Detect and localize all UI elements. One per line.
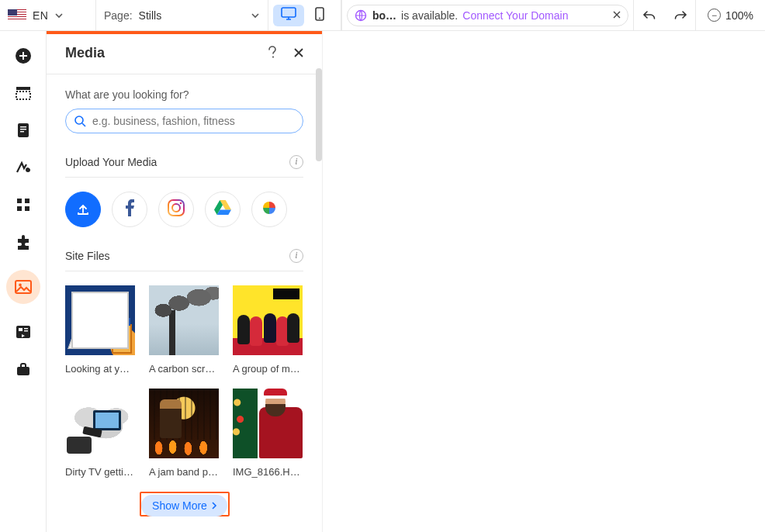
svg-rect-15 — [16, 281, 31, 293]
upload-photos-button[interactable] — [251, 192, 287, 227]
language-code: EN — [33, 9, 48, 22]
svg-rect-20 — [24, 330, 28, 331]
svg-rect-10 — [20, 131, 24, 132]
media-caption: Dirty TV getti… — [65, 466, 135, 478]
media-thumbnail — [65, 389, 135, 458]
flag-us-icon — [8, 9, 26, 21]
media-thumbnail — [233, 285, 303, 355]
media-thumbnail — [233, 389, 303, 458]
addons-icon[interactable] — [14, 233, 33, 251]
svg-point-23 — [75, 116, 83, 124]
panel-scrollbar[interactable] — [316, 68, 322, 161]
svg-rect-11 — [17, 199, 22, 203]
svg-point-25 — [172, 204, 180, 212]
search-label: What are you looking for? — [65, 88, 303, 101]
media-item[interactable]: Dirty TV getti… — [65, 389, 135, 478]
language-selector[interactable]: EN — [0, 0, 96, 30]
top-bar: EN Page: Stills bo… is available. Connec… — [0, 0, 765, 31]
google-drive-icon — [214, 200, 231, 218]
page-label: Page: — [104, 9, 133, 22]
media-item[interactable]: 1 Looking at yo… — [65, 285, 135, 375]
zoom-out-icon: − — [708, 9, 721, 22]
device-toggle — [268, 0, 341, 30]
chevron-right-icon — [210, 502, 218, 510]
media-caption: A group of m… — [233, 363, 303, 375]
domain-status: bo… is available. Connect Your Domain — [342, 0, 634, 30]
svg-rect-19 — [24, 328, 28, 329]
search-input-wrap[interactable] — [65, 109, 303, 133]
undo-button[interactable] — [642, 9, 656, 22]
media-thumbnail: 1 — [65, 285, 135, 355]
domain-pill[interactable]: bo… is available. Connect Your Domain — [347, 5, 628, 26]
panel-body: What are you looking for? Upload Your Me… — [47, 74, 322, 532]
facebook-icon — [124, 199, 135, 219]
upload-facebook-button[interactable] — [112, 192, 147, 227]
apps-icon[interactable] — [14, 195, 33, 214]
svg-point-26 — [180, 202, 182, 205]
dismiss-domain-icon[interactable] — [612, 9, 621, 22]
upload-device-button[interactable] — [65, 192, 101, 227]
close-panel-button[interactable] — [291, 45, 306, 60]
zoom-value: 100% — [725, 9, 753, 22]
business-icon[interactable] — [14, 360, 33, 378]
panel-title: Media — [65, 45, 265, 61]
help-button[interactable] — [265, 45, 280, 60]
site-files-info-icon[interactable]: i — [289, 249, 303, 263]
show-more-wrap: Show More — [65, 478, 303, 521]
sections-icon[interactable] — [14, 84, 33, 102]
desktop-icon — [281, 7, 296, 23]
page-value: Stills — [139, 9, 244, 22]
chevron-down-icon — [54, 11, 64, 20]
svg-point-22 — [272, 57, 274, 58]
svg-rect-14 — [25, 206, 29, 211]
media-grid: 1 Looking at yo… A carbon scru… A group … — [65, 271, 303, 478]
upload-icon — [76, 202, 90, 216]
instagram-icon — [168, 199, 185, 219]
media-thumbnail — [149, 389, 219, 458]
svg-rect-7 — [18, 123, 29, 137]
panel-header: Media — [47, 34, 322, 74]
upload-drive-button[interactable] — [205, 192, 241, 227]
svg-rect-24 — [168, 200, 184, 216]
connect-domain-link[interactable]: Connect Your Domain — [462, 9, 568, 22]
svg-rect-9 — [20, 129, 26, 130]
left-rail — [0, 31, 47, 532]
svg-rect-0 — [282, 8, 296, 17]
search-input[interactable] — [91, 114, 295, 128]
media-button[interactable] — [6, 270, 40, 304]
upload-instagram-button[interactable] — [158, 192, 194, 227]
svg-rect-18 — [19, 328, 22, 331]
editor-canvas[interactable] — [323, 31, 765, 532]
media-caption: A jam band pl… — [149, 466, 219, 478]
media-item[interactable]: A jam band pl… — [149, 389, 219, 478]
media-thumbnail — [149, 285, 219, 355]
upload-section: Upload Your Media i — [65, 152, 303, 227]
media-caption: Looking at yo… — [65, 363, 135, 375]
add-button[interactable] — [14, 47, 33, 65]
site-files-section: Site Files i 1 Looking at yo… A carbon s… — [65, 246, 303, 521]
media-caption: A carbon scru… — [149, 363, 219, 375]
media-item[interactable]: A carbon scru… — [149, 285, 219, 375]
mobile-view-button[interactable] — [304, 5, 335, 26]
upload-info-icon[interactable]: i — [289, 155, 303, 169]
content-manager-icon[interactable] — [14, 323, 33, 341]
media-item[interactable]: A group of m… — [233, 285, 303, 375]
design-icon[interactable] — [14, 158, 33, 177]
search-icon — [74, 115, 86, 127]
zoom-control[interactable]: − 100% — [696, 0, 765, 30]
redo-button[interactable] — [673, 9, 687, 22]
globe-icon — [354, 9, 368, 22]
show-more-button[interactable]: Show More — [141, 495, 227, 516]
desktop-view-button[interactable] — [273, 5, 304, 26]
show-more-label: Show More — [152, 499, 207, 512]
svg-rect-12 — [25, 199, 29, 203]
main: Media What are you looking for? Upload Y… — [0, 31, 765, 532]
svg-point-2 — [319, 18, 320, 19]
svg-rect-6 — [16, 92, 30, 99]
media-item[interactable]: IMG_8166.HEIC — [233, 389, 303, 478]
upload-sources — [65, 178, 303, 227]
history-controls — [634, 0, 696, 30]
pages-icon[interactable] — [14, 121, 33, 140]
page-selector[interactable]: Page: Stills — [96, 0, 268, 30]
domain-availability: is available. — [401, 9, 458, 22]
